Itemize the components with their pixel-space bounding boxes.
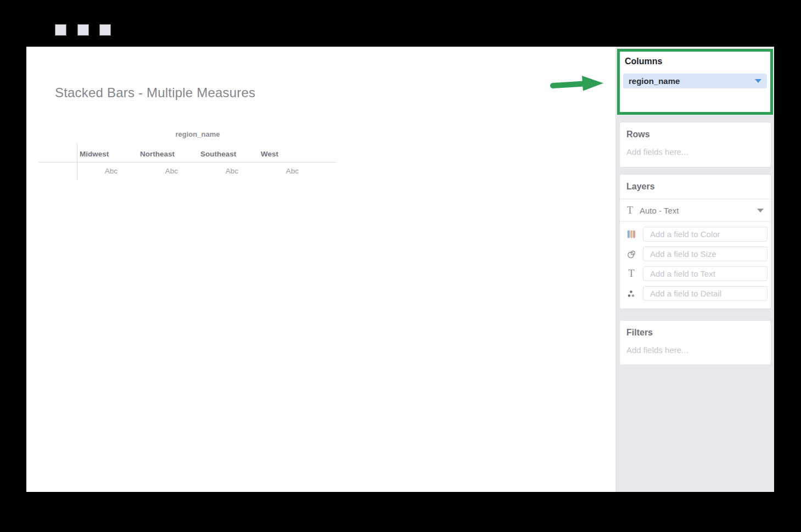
layer-type-label: Auto - Text	[640, 206, 757, 215]
columns-field-pill[interactable]: region_name	[623, 74, 767, 88]
size-circles-icon	[627, 250, 636, 259]
caret-down-icon[interactable]	[757, 209, 764, 212]
table-horizontal-divider	[38, 162, 337, 163]
detail-shelf-row	[620, 286, 771, 301]
color-bars-icon	[627, 230, 636, 238]
table-column-header[interactable]: Southeast	[198, 150, 258, 158]
text-layer-icon: T	[627, 205, 633, 216]
columns-section-title: Columns	[625, 57, 770, 66]
app-content: Stacked Bars - Multiple Measures region_…	[26, 47, 774, 492]
text-shelf-input[interactable]	[643, 266, 768, 281]
rows-placeholder: Add fields here...	[626, 147, 764, 156]
table-cell[interactable]: Abc	[137, 167, 198, 175]
rows-section[interactable]: Rows Add fields here...	[619, 122, 771, 167]
color-shelf-row	[620, 227, 771, 242]
layer-type-selector[interactable]: T Auto - Text	[620, 199, 771, 221]
columns-section-highlight: Columns region_name	[617, 49, 773, 115]
table-cell[interactable]: Abc	[198, 167, 258, 175]
table-column-header[interactable]: Midwest	[77, 150, 137, 158]
table-cell[interactable]: Abc	[258, 167, 318, 175]
rows-section-title: Rows	[626, 130, 764, 139]
table-column-header[interactable]: West	[258, 150, 318, 158]
table-cell-row: Abc Abc Abc Abc	[77, 167, 318, 175]
size-shelf-input[interactable]	[643, 247, 768, 261]
window-control-square[interactable]	[99, 24, 111, 36]
text-icon: T	[627, 268, 636, 279]
table-field-label: region_name	[77, 130, 318, 138]
table-cell[interactable]: Abc	[77, 167, 137, 175]
window-control-square[interactable]	[55, 24, 66, 36]
caret-down-icon[interactable]	[755, 79, 761, 83]
filters-section[interactable]: Filters Add fields here...	[619, 320, 771, 365]
layers-section: Layers T Auto - Text	[619, 174, 771, 309]
filters-section-title: Filters	[626, 328, 764, 338]
size-shelf-row	[620, 247, 771, 261]
detail-shelf-input[interactable]	[643, 286, 768, 301]
worksheet-canvas: Stacked Bars - Multiple Measures region_…	[26, 47, 615, 492]
table-header-row: Midwest Northeast Southeast West	[77, 150, 318, 158]
window-control-square[interactable]	[77, 24, 89, 36]
filters-placeholder: Add fields here...	[626, 345, 764, 355]
text-shelf-row: T	[620, 266, 771, 281]
table-column-header[interactable]: Northeast	[137, 150, 198, 158]
layers-section-title: Layers	[626, 182, 655, 192]
annotation-arrow-icon	[548, 72, 607, 94]
encoding-shelves: T	[620, 221, 771, 301]
sheet-title: Stacked Bars - Multiple Measures	[55, 85, 255, 100]
shelf-sidebar: Columns region_name Rows Add fields here…	[615, 47, 774, 492]
detail-dots-icon	[627, 289, 636, 298]
columns-field-pill-label: region_name	[629, 76, 755, 86]
color-shelf-input[interactable]	[643, 227, 768, 242]
